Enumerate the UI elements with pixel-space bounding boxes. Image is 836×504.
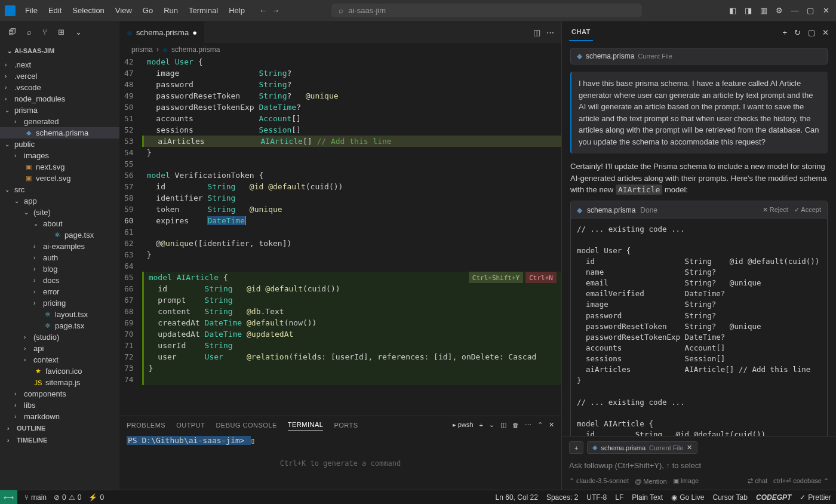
folder-markdown[interactable]: ›markdown	[0, 411, 119, 422]
chevron-down-icon[interactable]: ⌄	[75, 27, 82, 36]
folder-images[interactable]: ›images	[0, 150, 119, 161]
menu-item-help[interactable]: Help	[224, 4, 250, 17]
split-editor-icon[interactable]: ◫	[533, 28, 540, 37]
new-chat-icon[interactable]: +	[782, 28, 787, 37]
more-terminal-icon[interactable]: ⋯	[525, 421, 531, 429]
folder-src[interactable]: ⌄src	[0, 184, 119, 195]
file-vercel-svg[interactable]: ▣vercel.svg	[0, 173, 119, 184]
remote-indicator[interactable]: ⟷	[0, 490, 17, 505]
split-terminal-icon[interactable]: ◫	[500, 421, 506, 429]
language-mode[interactable]: Plain Text	[632, 493, 663, 502]
more-icon[interactable]: ⋯	[546, 28, 554, 37]
file-schema-prisma[interactable]: ◆schema.prisma	[0, 127, 119, 139]
cursor-tab[interactable]: Cursor Tab	[712, 493, 747, 502]
chat-input[interactable]: Ask followup (Ctrl+Shift+Y), ↑ to select	[569, 457, 829, 474]
mention-button[interactable]: @ Mention	[635, 478, 666, 485]
timeline-section[interactable]: ›TIMELINE	[0, 434, 119, 446]
folder-auth[interactable]: ›auth	[0, 252, 119, 263]
menu-item-run[interactable]: Run	[159, 4, 183, 17]
chat-mode-button[interactable]: ⇄ chat	[748, 477, 767, 485]
branch-indicator[interactable]: ⑂ main	[24, 493, 47, 502]
folder-error[interactable]: ›error	[0, 286, 119, 297]
chat-tab[interactable]: CHAT	[569, 23, 593, 41]
kill-terminal-icon[interactable]: 🗑	[512, 422, 519, 429]
search-icon[interactable]: ⌕	[27, 27, 32, 36]
close-panel-icon[interactable]: ✕	[549, 421, 554, 429]
minimize-icon[interactable]: —	[789, 5, 800, 16]
folder--studio-[interactable]: ›(studio)	[0, 331, 119, 343]
layout-panel-icon[interactable]: ◨	[743, 5, 754, 16]
codebase-button[interactable]: ctrl+⏎ codebase ⌃	[773, 477, 829, 485]
menu-item-view[interactable]: View	[110, 4, 137, 17]
file-sitemap-js[interactable]: JSsitemap.js	[0, 377, 119, 388]
maximize-icon[interactable]: ▢	[805, 5, 816, 16]
folder-node-modules[interactable]: ›node_modules	[0, 93, 119, 105]
folder--site-[interactable]: ⌄(site)	[0, 207, 119, 218]
project-header[interactable]: ⌄ AI-SAAS-JIM	[0, 42, 119, 59]
gear-icon[interactable]: ⚙	[774, 5, 785, 16]
folder-pricing[interactable]: ›pricing	[0, 297, 119, 309]
file-page-tsx[interactable]: ⚛page.tsx	[0, 320, 119, 331]
encoding[interactable]: UTF-8	[586, 493, 607, 502]
folder-docs[interactable]: ›docs	[0, 275, 119, 286]
image-button[interactable]: ▣ Image	[673, 477, 699, 485]
terminal-tab-output[interactable]: OUTPUT	[176, 419, 205, 431]
add-context-button[interactable]: +	[569, 441, 583, 454]
indentation[interactable]: Spaces: 2	[546, 493, 578, 502]
prettier[interactable]: ✓ Prettier	[800, 493, 831, 502]
history-icon[interactable]: ↻	[794, 28, 801, 37]
menu-item-terminal[interactable]: Terminal	[184, 4, 223, 17]
eol[interactable]: LF	[615, 493, 623, 502]
folder--next[interactable]: ›.next	[0, 59, 119, 70]
terminal-tab-ports[interactable]: PORTS	[334, 419, 358, 431]
accept-button[interactable]: ✓ Accept	[794, 205, 821, 215]
outline-section[interactable]: ›OUTLINE	[0, 422, 119, 434]
file-favicon-ico[interactable]: ★favicon.ico	[0, 365, 119, 377]
folder-ai-examples[interactable]: ›ai-examples	[0, 241, 119, 252]
code-editor[interactable]: 4247484950515253545556575859606162636465…	[119, 56, 561, 416]
terminal-tab-terminal[interactable]: TERMINAL	[288, 419, 324, 431]
reject-button[interactable]: ✕ Reject	[763, 205, 788, 215]
cursor-position[interactable]: Ln 60, Col 22	[496, 493, 538, 502]
breadcrumb[interactable]: prisma› ◆ schema.prisma	[119, 43, 561, 56]
input-context-pill[interactable]: ◆ schema.prisma Current File ✕	[587, 441, 697, 454]
go-live-button[interactable]: ◉ Go Live	[671, 493, 704, 502]
terminal-tab-problems[interactable]: PROBLEMS	[127, 419, 165, 431]
folder-libs[interactable]: ›libs	[0, 399, 119, 411]
codegpt[interactable]: CODEGPT	[756, 493, 791, 502]
folder-api[interactable]: ›api	[0, 343, 119, 354]
source-control-icon[interactable]: ⑂	[42, 27, 47, 36]
folder-about[interactable]: ⌄about	[0, 218, 119, 229]
extensions-icon[interactable]: ⊞	[58, 27, 64, 36]
menu-item-go[interactable]: Go	[138, 4, 158, 17]
menu-item-edit[interactable]: Edit	[44, 4, 66, 17]
folder-prisma[interactable]: ⌄prisma	[0, 105, 119, 116]
menu-item-selection[interactable]: Selection	[67, 4, 109, 17]
file-next-svg[interactable]: ▣next.svg	[0, 161, 119, 173]
menu-item-file[interactable]: File	[20, 4, 42, 17]
folder--vercel[interactable]: ›.vercel	[0, 70, 119, 82]
close-icon[interactable]: ✕	[820, 5, 831, 16]
folder-app[interactable]: ⌄app	[0, 195, 119, 207]
command-center[interactable]: ⌕ ai-saas-jim	[331, 4, 642, 17]
nav-forward-icon[interactable]: →	[272, 6, 279, 15]
model-selector[interactable]: ⌃ claude-3.5-sonnet	[569, 477, 629, 485]
folder-context[interactable]: ›context	[0, 354, 119, 365]
file-page-tsx[interactable]: ⚛page.tsx	[0, 229, 119, 241]
folder-public[interactable]: ⌄public	[0, 139, 119, 150]
new-terminal-icon[interactable]: +	[480, 422, 483, 429]
terminal-dropdown-icon[interactable]: ⌄	[489, 421, 494, 429]
folder-components[interactable]: ›components	[0, 388, 119, 399]
editor-tab[interactable]: ◆ schema.prisma ●	[119, 21, 204, 43]
remove-context-icon[interactable]: ✕	[687, 444, 692, 451]
nav-back-icon[interactable]: ←	[259, 6, 267, 15]
file-layout-tsx[interactable]: ⚛layout.tsx	[0, 309, 119, 320]
folder--vscode[interactable]: ›.vscode	[0, 82, 119, 93]
files-icon[interactable]: 🗐	[8, 27, 16, 36]
terminal-body[interactable]: PS D:\Github\ai-saas-jim> ▯ Ctrl+K to ge…	[119, 434, 561, 490]
layout-sidebar-left-icon[interactable]: ◧	[727, 5, 738, 16]
layout-icon[interactable]: ▢	[808, 28, 815, 37]
shell-selector[interactable]: ▸ pwsh	[453, 421, 474, 429]
terminal-tab-debug-console[interactable]: DEBUG CONSOLE	[216, 419, 276, 431]
folder-blog[interactable]: ›blog	[0, 263, 119, 275]
